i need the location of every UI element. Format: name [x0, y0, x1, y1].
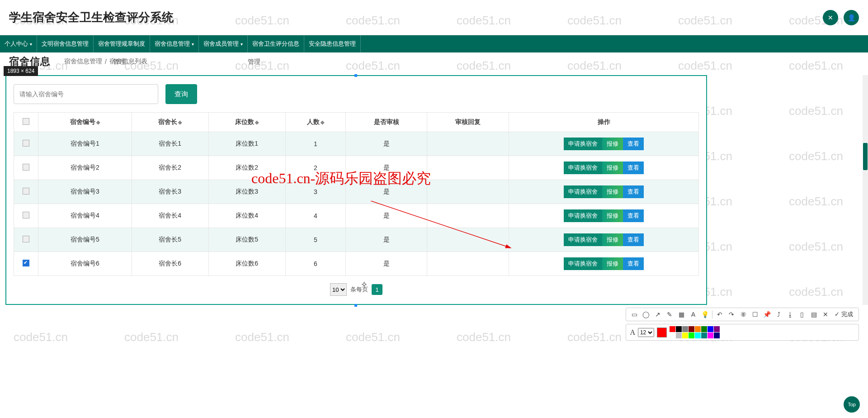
nav-item[interactable]: 宿舍信息管理▾ [150, 35, 199, 52]
crumb-c1[interactable]: 宿舍信息管理 [64, 57, 102, 66]
col-header: 操作 [509, 113, 699, 132]
sequence-icon[interactable]: ⑧ [739, 310, 748, 319]
view-button[interactable]: 查看 [623, 162, 644, 174]
row-checkbox[interactable] [23, 140, 29, 147]
col-header[interactable]: 人数◆ [285, 113, 345, 132]
checkbox-all[interactable] [23, 118, 29, 125]
done-button[interactable]: ✓ 完成 [833, 310, 855, 318]
color-swatch[interactable] [689, 326, 694, 332]
color-swatch[interactable] [695, 326, 701, 332]
color-swatch[interactable] [689, 332, 694, 338]
color-swatch[interactable] [676, 332, 682, 338]
scrollbar-thumb[interactable] [863, 143, 868, 170]
circle-tool-icon[interactable]: ◯ [642, 310, 651, 319]
search-input[interactable] [14, 84, 158, 104]
color-swatch[interactable] [682, 326, 688, 332]
col-header[interactable]: 宿舍编号◆ [38, 113, 132, 132]
view-button[interactable]: 查看 [623, 257, 644, 270]
pin-icon[interactable]: 📌 [762, 310, 771, 319]
repair-button[interactable]: 报修 [602, 233, 623, 246]
redo-icon[interactable]: ↷ [727, 310, 736, 319]
cell-reply [427, 252, 509, 276]
grid-icon[interactable]: ▤ [809, 310, 818, 319]
page-number[interactable]: 1 [372, 284, 382, 295]
color-swatch[interactable] [670, 326, 675, 332]
repair-button[interactable]: 报修 [602, 185, 623, 198]
cell-people: 2 [285, 156, 345, 180]
apply-button[interactable]: 申请换宿舍 [564, 162, 602, 174]
row-checkbox[interactable] [23, 260, 29, 266]
color-swatch[interactable] [701, 326, 707, 332]
settings-icon[interactable]: ✕ [823, 10, 838, 25]
nav-item[interactable]: 宿舍管理规章制度 [94, 35, 150, 52]
repair-button[interactable]: 报修 [602, 209, 623, 222]
copy-icon[interactable]: ▯ [797, 310, 807, 319]
page-size-select[interactable]: 10 [330, 283, 347, 296]
close-icon[interactable]: ✕ [821, 310, 830, 319]
color-swatch[interactable] [695, 332, 701, 338]
col-header[interactable]: 床位数◆ [208, 113, 285, 132]
pen-tool-icon[interactable]: ✎ [665, 310, 674, 319]
view-button[interactable]: 查看 [623, 185, 644, 198]
cell-approved: 是 [346, 180, 427, 204]
nav-item[interactable]: 宿舍成员管理▾ [199, 35, 248, 52]
row-checkbox[interactable] [23, 212, 29, 218]
top-button[interactable]: Top [844, 396, 860, 413]
row-checkbox[interactable] [23, 164, 29, 171]
arrow-tool-icon[interactable]: ↗ [653, 310, 662, 319]
selection-handle-bottom[interactable] [354, 304, 357, 307]
nav-item[interactable]: 宿舍卫生评分信息 [248, 35, 304, 52]
cell-dorm: 宿舍编号3 [38, 180, 132, 204]
apply-button[interactable]: 申请换宿舍 [564, 185, 602, 198]
nav-item[interactable]: 文明宿舍信息管理 [37, 35, 94, 52]
breadcrumb: 宿舍信息 宿舍信息管理 / 宿舍信息列表 [0, 52, 868, 71]
current-color-swatch[interactable] [657, 328, 667, 337]
row-checkbox[interactable] [23, 236, 29, 242]
rect-tool-icon[interactable]: ▭ [630, 310, 639, 319]
view-button[interactable]: 查看 [623, 138, 644, 150]
color-swatch[interactable] [682, 332, 688, 338]
col-header[interactable]: 宿舍长◆ [132, 113, 208, 132]
toolbar-divider [712, 310, 712, 318]
color-swatch[interactable] [701, 332, 707, 338]
cell-actions: 申请换宿舍报修查看 [509, 228, 699, 252]
row-checkbox[interactable] [23, 188, 29, 195]
apply-button[interactable]: 申请换宿舍 [564, 257, 602, 270]
color-swatch[interactable] [714, 332, 720, 338]
color-swatch-grid [670, 326, 720, 338]
repair-button[interactable]: 报修 [602, 162, 623, 174]
font-size-select[interactable]: 12 [638, 328, 654, 337]
cell-people: 3 [285, 180, 345, 204]
nav-item[interactable]: 安全隐患信息管理 [304, 35, 361, 52]
cell-actions: 申请换宿舍报修查看 [509, 180, 699, 204]
apply-button[interactable]: 申请换宿舍 [564, 209, 602, 222]
user-icon[interactable]: 👤 [844, 10, 859, 25]
apply-button[interactable]: 申请换宿舍 [564, 138, 602, 150]
search-button[interactable]: 查询 [165, 84, 197, 104]
cell-reply [427, 156, 509, 180]
view-button[interactable]: 查看 [623, 233, 644, 246]
view-button[interactable]: 查看 [623, 209, 644, 222]
color-swatch[interactable] [708, 326, 713, 332]
selection-handle-top[interactable] [354, 74, 357, 77]
repair-button[interactable]: 报修 [602, 138, 623, 150]
bulb-tool-icon[interactable]: 💡 [700, 310, 709, 319]
cell-people: 6 [285, 252, 345, 276]
cell-dorm: 宿舍编号5 [38, 228, 132, 252]
text-tool-icon[interactable]: A [689, 310, 698, 319]
undo-icon[interactable]: ↶ [715, 310, 724, 319]
color-swatch[interactable] [714, 326, 720, 332]
apply-button[interactable]: 申请换宿舍 [564, 233, 602, 246]
color-swatch[interactable] [676, 326, 682, 332]
share-icon[interactable]: ⤴ [774, 310, 783, 319]
color-swatch[interactable] [670, 332, 675, 338]
vertical-scrollbar[interactable] [863, 75, 868, 305]
cell-beds: 床位数1 [208, 132, 285, 156]
repair-button[interactable]: 报修 [602, 257, 623, 270]
download-icon[interactable]: ⭳ [786, 310, 795, 319]
nav-item[interactable]: 个人中心▾ [0, 35, 37, 52]
mosaic-tool-icon[interactable]: ▦ [677, 310, 686, 319]
toolbar-row-style: A 12 [626, 324, 859, 341]
color-swatch[interactable] [708, 332, 713, 338]
crop-icon[interactable]: ☐ [750, 310, 760, 319]
